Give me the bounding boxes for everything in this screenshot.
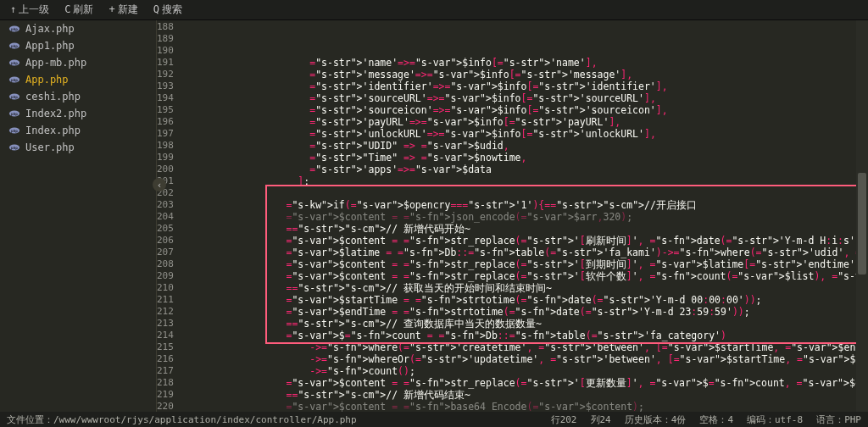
line-gutter: 1881891901911921931941951961971981992002… [157,20,181,412]
code-line: ]; [181,175,868,187]
line-number: 190 [157,45,174,57]
file-label: Ajax.php [25,23,75,35]
code-line: ->="s-fn">whereOr(="s-str">'updatetime',… [181,353,868,365]
file-item-index-php[interactable]: phpIndex.php [0,122,156,139]
php-icon: php [8,57,20,69]
status-history[interactable]: 历史版本：4份 [625,413,687,426]
file-tree: phpAjax.phpphpApp1.phpphpApp-mb.phpphpAp… [0,20,157,412]
line-number: 192 [157,69,174,80]
status-lang[interactable]: 语言：PHP [816,413,861,426]
line-number: 198 [157,140,174,152]
file-label: App.php [25,74,69,86]
line-number: 204 [157,211,174,223]
code-line: ="s-var">$startTime = ="s-fn">strtotime(… [181,294,868,306]
code-line: ="s-str">'message'=>="s-var">$info[="s-s… [181,69,868,80]
line-number: 199 [157,152,174,164]
file-item-ajax-php[interactable]: phpAjax.php [0,20,156,37]
code-line: ="s-str">'payURL'=>="s-var">$info[="s-st… [181,116,868,128]
file-item-user-php[interactable]: phpUser.php [0,139,156,156]
code-line: ="s-str">'identifier'=>="s-var">$info[="… [181,80,868,92]
line-number: 218 [157,377,174,389]
line-number: 212 [157,306,174,318]
code-area[interactable]: ="s-str">'name'=>="s-var">$info[="s-str"… [181,20,868,412]
code-line: ="s-str">'sourceicon'=>="s-var">$info[="… [181,104,868,116]
file-label: User.php [25,141,75,153]
code-line: ="s-var">$="s-fn">count = ="s-fn">Db::="… [181,330,868,341]
code-editor[interactable]: 1881891901911921931941951961971981992002… [157,20,868,412]
file-item-app-mb-php[interactable]: phpApp-mb.php [0,54,156,71]
svg-text:php: php [11,112,18,116]
code-line: ="s-str">'apps'=>="s-var">$data [181,164,868,175]
code-line: ->="s-fn">where(="s-str">'createtime', =… [181,341,868,353]
status-encoding[interactable]: 编码：utf-8 [747,413,803,426]
status-col[interactable]: 列24 [591,413,611,426]
svg-text:php: php [11,44,18,48]
code-line: ="s-var">$content = ="s-fn">str_replace(… [181,235,868,247]
line-number: 207 [157,247,174,258]
file-label: ceshi.php [25,91,81,103]
line-number: 209 [157,270,174,282]
line-number: 208 [157,258,174,270]
line-number: 217 [157,365,174,377]
code-line: ="s-str">'name'=>="s-var">$info[="s-str"… [181,57,868,69]
file-item-index2-php[interactable]: phpIndex2.php [0,105,156,122]
php-icon: php [8,40,20,52]
line-number: 195 [157,104,174,116]
line-number: 215 [157,341,174,353]
code-line: =="s-str">"s-cm">// 查询数据库中当天的数据数量~ [181,318,868,330]
line-number: 219 [157,389,174,401]
toolbar: ↑上一级 C刷新 +新建 Q搜索 [0,0,868,20]
svg-text:php: php [11,61,18,65]
line-number: 191 [157,57,174,69]
refresh-button[interactable]: C刷新 [58,1,100,19]
collapse-sidebar-icon[interactable]: ‹ [153,178,166,191]
file-label: Index2.php [25,108,86,119]
code-line: ="s-var">$content = ="s-fn">json_encode(… [181,211,868,223]
line-number: 194 [157,92,174,104]
php-icon: php [8,125,20,136]
refresh-icon: C [64,3,70,15]
file-item-ceshi-php[interactable]: phpceshi.php [0,88,156,105]
php-icon: php [8,141,20,153]
status-spaces[interactable]: 空格：4 [699,413,733,426]
search-icon: Q [153,3,159,15]
svg-text:php: php [11,78,18,82]
code-line: ->="s-fn">count(); [181,365,868,377]
scrollbar-thumb[interactable] [858,173,866,274]
code-line: ="s-str">"Time" => ="s-var">$nowtime, [181,152,868,164]
up-button[interactable]: ↑上一级 [3,1,56,19]
php-icon: php [8,108,20,119]
code-line: ="s-str">'sourceURL'=>="s-var">$info[="s… [181,92,868,104]
minimap-scrollbar[interactable] [856,20,868,412]
file-path: 文件位置：/www/wwwroot/rjys/application/index… [7,413,357,426]
code-line: ="s-var">$endTime = ="s-fn">strtotime(="… [181,306,868,318]
line-number: 197 [157,128,174,140]
line-number: 189 [157,33,174,45]
code-line: ="s-var">$content = ="s-fn">base64_Encod… [181,401,868,412]
line-number: 210 [157,282,174,294]
arrow-up-icon: ↑ [10,3,16,15]
file-label: App1.php [25,40,75,52]
svg-text:php: php [11,146,18,150]
file-label: Index.php [25,125,81,136]
search-button[interactable]: Q搜索 [147,1,189,19]
code-line [181,187,868,199]
status-line[interactable]: 行202 [551,413,577,426]
file-item-app1-php[interactable]: phpApp1.php [0,37,156,54]
file-item-app-php[interactable]: phpApp.php [0,71,156,88]
php-icon: php [8,91,20,103]
code-line: =="s-str">"s-cm">// 新增代码结束~ [181,389,868,401]
line-number: 211 [157,294,174,306]
code-line: ="s-var">$content = ="s-fn">str_replace(… [181,270,868,282]
code-line: =="s-str">"s-cm">// 获取当天的开始时间和结束时间~ [181,282,868,294]
svg-text:php: php [11,129,18,133]
line-number: 193 [157,80,174,92]
line-number: 220 [157,401,174,412]
code-line: ="s-var">$latime = ="s-fn">Db::="s-fn">t… [181,247,868,258]
php-icon: php [8,23,20,35]
new-button[interactable]: +新建 [102,1,144,19]
line-number: 188 [157,21,174,33]
file-label: App-mb.php [25,57,86,69]
line-number: 216 [157,353,174,365]
code-line: ="s-kw">if(="s-var">$opencry==="s-str">'… [181,199,868,211]
